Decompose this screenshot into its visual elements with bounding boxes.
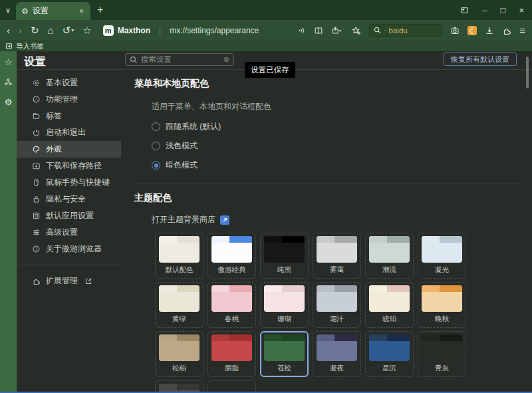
radio-checked-icon[interactable] [152, 161, 160, 170]
theme-cell-16[interactable]: 星沉 [365, 331, 414, 377]
settings-page: 设置 搜索设置 ⊗ 恢复所有默认设置 设置已保存 基本设置功能管理标签启动和退出… [17, 51, 532, 393]
theme-cell-4[interactable]: 潮流 [365, 233, 414, 279]
maximize-button[interactable]: □ [501, 6, 506, 15]
search-engine-value: baidu [389, 27, 408, 35]
radio-unchecked-icon[interactable] [152, 142, 160, 150]
sidebar-item-download-path[interactable]: 下载和保存路径 [17, 158, 121, 174]
theme-cell-6[interactable]: 黄绿 [155, 282, 203, 328]
favorite-star-button[interactable]: ☆ [82, 25, 91, 35]
maxnote-icon[interactable] [467, 26, 477, 35]
collect-star-icon[interactable] [351, 26, 361, 35]
theme-label: 春桃 [208, 315, 255, 324]
theme-cell-17[interactable]: 青灰 [418, 331, 466, 377]
read-aloud-icon[interactable] [297, 26, 306, 35]
theme-cell-7[interactable]: 春桃 [207, 282, 256, 328]
theme-cell-5[interactable]: 凝光 [418, 233, 466, 279]
theme-cell-15[interactable]: 凝夜 [313, 331, 361, 377]
theme-cell-10[interactable]: 琥珀 [365, 282, 414, 328]
settings-body: 基本设置功能管理标签启动和退出外观下载和保存路径鼠标手势与快捷键隐私与安全默认应… [17, 70, 532, 393]
download-icon[interactable] [485, 26, 494, 35]
theme-cell-2[interactable]: 纯黑 [260, 233, 309, 279]
theme-cell-0[interactable]: 默认配色 [155, 233, 203, 279]
theme-swatch [264, 334, 305, 361]
home-button[interactable]: ⌂ [48, 25, 54, 35]
theme-cell-9[interactable]: 霜汁 [313, 282, 361, 328]
sidebar-item-default-apps[interactable]: 默认应用设置 [17, 207, 121, 224]
tab-list-chevron-icon[interactable]: ∨ [0, 6, 16, 20]
undo-button[interactable]: ↺▾ [63, 25, 74, 35]
radio-unchecked-icon[interactable] [152, 122, 160, 131]
rail-favorites-star-icon[interactable]: ☆ [5, 58, 13, 66]
settings-search-input[interactable]: 搜索设置 ⊗ [125, 53, 234, 66]
screenshot-camera-icon[interactable] [450, 26, 460, 35]
sidebar-item-feature-management[interactable]: 功能管理 [17, 91, 121, 108]
theme-swatch [159, 334, 200, 361]
theme-cell-13[interactable]: 胭脂 [207, 331, 256, 377]
sidebar-item-appearance[interactable]: 外观 [17, 141, 121, 158]
rail-settings-gear-icon[interactable]: ⚙ [5, 98, 13, 106]
undo-caret-icon[interactable]: ▾ [71, 27, 74, 33]
active-tab[interactable]: ⚙ 设置 × [16, 2, 90, 20]
reader-book-icon[interactable] [314, 26, 323, 35]
theme-swatch [422, 236, 462, 263]
sidebar-item-startup-exit[interactable]: 启动和退出 [17, 124, 121, 141]
radio-option-2[interactable]: 暗色模式 [152, 156, 523, 175]
theme-cell-12[interactable]: 松柏 [155, 331, 203, 377]
section-divider [134, 184, 521, 184]
theme-cell-14[interactable]: 苍松 [260, 331, 309, 377]
back-button[interactable]: ‹ [7, 25, 10, 35]
theme-store-label: 打开主题背景商店 [152, 214, 215, 225]
theme-label: 凝夜 [313, 364, 360, 373]
theme-label: 珊瑚 [261, 315, 308, 324]
advanced-settings-icon [32, 228, 41, 237]
radio-option-0[interactable]: 跟随系统 (默认) [152, 117, 523, 136]
sidebar-item-advanced-settings[interactable]: 高级设置 [17, 224, 121, 241]
new-tab-button[interactable]: + [90, 4, 111, 20]
sidebar-item-mouse-shortcuts[interactable]: 鼠标手势与快捷键 [17, 174, 121, 191]
maxthon-logo-icon[interactable]: m [103, 25, 114, 36]
download-path-icon [32, 162, 41, 170]
theme-cell-11[interactable]: 晚秋 [418, 282, 466, 328]
import-bookmarks-button[interactable]: 导入书签 [16, 42, 44, 51]
side-rail: ☆ ⚙ [0, 51, 17, 393]
extensions-puzzle-icon[interactable] [502, 26, 511, 35]
restore-defaults-button[interactable]: 恢复所有默认设置 [444, 53, 517, 66]
sidebar-item-extensions[interactable]: 扩展管理 [17, 273, 121, 289]
workspace-icon[interactable] [460, 6, 469, 15]
theme-cell-3[interactable]: 雾霭 [313, 233, 361, 279]
share-icon[interactable] [331, 26, 343, 35]
theme-label: 潮流 [366, 265, 413, 275]
bookmarks-bar: 导入书签 [0, 41, 532, 51]
theme-label: 胭脂 [208, 364, 255, 373]
tab-close-icon[interactable]: × [78, 7, 85, 16]
address-bar[interactable]: mx://settings/appearance [170, 26, 288, 35]
sidebar-item-about-browser[interactable]: 关于傲游浏览器 [17, 241, 121, 257]
theme-cell-1[interactable]: 傲游经典 [207, 233, 256, 279]
sidebar-item-privacy-security[interactable]: 隐私与安全 [17, 191, 121, 207]
browser-window: ∨ ⚙ 设置 × + – □ × ‹ › ↻ ⌂ ↺▾ ☆ m Maxthon … [0, 0, 532, 393]
settings-gear-icon: ⚙ [21, 7, 29, 15]
titlebar: ∨ ⚙ 设置 × + – □ × [0, 0, 532, 20]
theme-cell-8[interactable]: 珊瑚 [260, 282, 309, 328]
sidebar-item-tabs[interactable]: 标签 [17, 108, 121, 124]
external-link-icon [84, 277, 92, 285]
search-placeholder: 搜索设置 [141, 55, 220, 65]
reload-button[interactable]: ↻ [31, 25, 39, 35]
close-button[interactable]: × [519, 6, 524, 15]
theme-label: 黄绿 [156, 315, 203, 324]
page-title: 设置 [24, 55, 47, 69]
forward-button[interactable]: › [19, 25, 22, 35]
minimize-button[interactable]: – [482, 6, 487, 15]
sidebar-item-basic-settings[interactable]: 基本设置 [17, 74, 121, 91]
main-menu-icon[interactable]: ≡ [519, 25, 525, 35]
quick-search-box[interactable]: · baidu [369, 24, 442, 37]
radio-option-1[interactable]: 浅色模式 [152, 136, 523, 156]
theme-swatch [211, 236, 252, 263]
theme-label: 傲游经典 [208, 265, 255, 275]
appearance-icon [32, 145, 41, 154]
scrollbar-thumb[interactable] [526, 57, 529, 88]
settings-sidebar: 基本设置功能管理标签启动和退出外观下载和保存路径鼠标手势与快捷键隐私与安全默认应… [17, 70, 121, 393]
search-clear-icon[interactable]: ⊗ [223, 55, 229, 64]
rail-apps-molecule-icon[interactable] [4, 78, 13, 86]
theme-store-link[interactable]: 打开主题背景商店 [152, 214, 523, 225]
